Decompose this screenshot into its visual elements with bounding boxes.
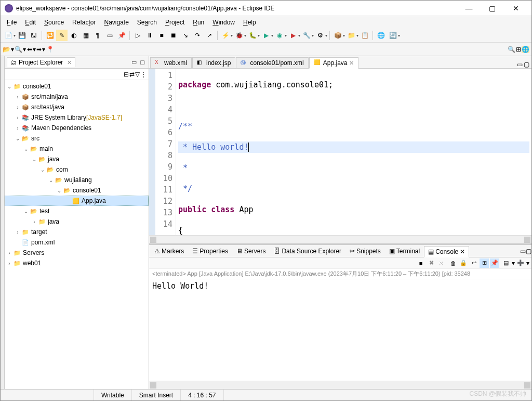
new-package-button[interactable]: 📦 bbox=[332, 30, 343, 41]
code-content[interactable]: package com.wujialiang.console01; /** * … bbox=[176, 69, 531, 235]
tree-src-test-java[interactable]: ›📦src/test/java bbox=[5, 102, 149, 112]
save-button[interactable]: 💾 bbox=[16, 30, 28, 41]
tree-web01[interactable]: ›📁web01 bbox=[5, 258, 149, 268]
show-console-button[interactable]: ⊞ bbox=[480, 258, 489, 268]
tree-src[interactable]: ⌄📂src bbox=[5, 133, 149, 144]
terminate-button[interactable]: ■ bbox=[156, 30, 167, 41]
toggle-button[interactable]: ◐ bbox=[68, 30, 79, 41]
resume-button[interactable]: ▷ bbox=[132, 30, 143, 41]
run-server-button[interactable]: ⚡ bbox=[220, 30, 231, 41]
wand-button[interactable]: ✎ bbox=[56, 30, 68, 41]
show-whitespace-button[interactable]: ¶ bbox=[92, 30, 103, 41]
code-editor[interactable]: 1 2 3 4 5 6 7 8 9 10 11 12 13 14 package… bbox=[149, 69, 531, 235]
tab-snippets[interactable]: ✂Snippets bbox=[345, 245, 385, 257]
minimize-pane-button[interactable]: ▭ bbox=[130, 58, 138, 67]
block-sel-button[interactable]: ▦ bbox=[80, 30, 91, 41]
terminate-console-button[interactable]: ■ bbox=[416, 258, 425, 268]
forward-button[interactable]: ➡ bbox=[36, 46, 42, 53]
tree-com[interactable]: ⌄📂com bbox=[5, 164, 149, 175]
quick-access-button[interactable]: 🔍 bbox=[508, 46, 515, 53]
scroll-right-icon[interactable] bbox=[524, 382, 530, 389]
explorer-tab[interactable]: 🗂 Project Explorer ✕ bbox=[7, 57, 75, 67]
run-last-button[interactable]: ▶ bbox=[287, 30, 299, 41]
new-class-button[interactable]: 📁 bbox=[345, 30, 357, 41]
scroll-lock-button[interactable]: 🔒 bbox=[459, 258, 468, 268]
close-button[interactable]: ✕ bbox=[504, 1, 527, 16]
tree-console01-pkg[interactable]: ⌄📂console01 bbox=[5, 185, 149, 196]
filter-button[interactable]: ▽ bbox=[135, 71, 140, 78]
console-close-icon[interactable]: ✕ bbox=[460, 248, 465, 255]
display-selected-button[interactable]: ▤ bbox=[501, 258, 511, 268]
menu-navigate[interactable]: Navigate bbox=[100, 17, 132, 28]
menu-source[interactable]: Source bbox=[40, 17, 68, 28]
open-perspective-button[interactable]: ⊞ bbox=[516, 46, 521, 53]
pin-button[interactable]: 📌 bbox=[116, 30, 127, 41]
scroll-right-icon[interactable] bbox=[524, 237, 530, 243]
tree-test-java[interactable]: ›📁java bbox=[5, 216, 149, 227]
java-ee-perspective-button[interactable]: 🌐 bbox=[522, 46, 529, 53]
suspend-button[interactable]: ⏸ bbox=[144, 30, 155, 41]
search-button[interactable]: 🔍 bbox=[15, 46, 22, 53]
web-browser-button[interactable]: 🌐 bbox=[375, 30, 387, 41]
build-button[interactable]: ⚙ bbox=[314, 30, 326, 41]
editor-minimize-button[interactable]: ▭ bbox=[517, 61, 523, 68]
menu-help[interactable]: Help bbox=[239, 17, 260, 28]
debug-server-button[interactable]: 🐞 bbox=[233, 30, 245, 41]
scroll-left-icon[interactable] bbox=[150, 237, 156, 243]
save-all-button[interactable]: 🖫 bbox=[28, 30, 39, 41]
maximize-button[interactable]: ▢ bbox=[481, 1, 504, 16]
tree-main[interactable]: ⌄📂main bbox=[5, 144, 149, 154]
editor-maximize-button[interactable]: ▢ bbox=[524, 61, 529, 68]
step-over-button[interactable]: ↷ bbox=[192, 30, 203, 41]
tab-terminal[interactable]: ▣Terminal bbox=[385, 245, 424, 257]
tree-pom[interactable]: 📄pom.xml bbox=[5, 237, 149, 248]
view-menu-button[interactable]: ⋮ bbox=[140, 71, 147, 78]
minimize-button[interactable]: — bbox=[457, 1, 481, 16]
pin-console-button[interactable]: 📌 bbox=[490, 258, 499, 268]
editor-hscrollbar[interactable] bbox=[149, 235, 531, 243]
menu-run[interactable]: Run bbox=[189, 17, 208, 28]
maximize-pane-button[interactable]: ▢ bbox=[138, 58, 147, 67]
tab-markers[interactable]: ⚠Markers bbox=[150, 245, 188, 257]
left-sash[interactable] bbox=[1, 56, 5, 389]
clear-console-button[interactable]: 🗑 bbox=[448, 258, 458, 268]
word-wrap-button[interactable]: ↩ bbox=[469, 258, 478, 268]
menu-search[interactable]: Search bbox=[133, 17, 161, 28]
menu-file[interactable]: File bbox=[3, 17, 21, 28]
open-type-button[interactable]: 📂 bbox=[3, 46, 10, 53]
open-console-button[interactable]: ➕ bbox=[516, 258, 525, 268]
tree-servers[interactable]: ›📁Servers bbox=[5, 248, 149, 258]
switch-button[interactable]: 🔁 bbox=[44, 30, 56, 41]
disconnect-button[interactable]: ⏹ bbox=[168, 30, 179, 41]
collapse-all-button[interactable]: ⊟ bbox=[124, 71, 129, 78]
menu-project[interactable]: Project bbox=[161, 17, 189, 28]
tree-project-console01[interactable]: ⌄📁console01 bbox=[5, 81, 149, 92]
tab-datasource[interactable]: 🗄Data Source Explorer bbox=[270, 245, 345, 257]
menu-refactor[interactable]: Refactor bbox=[68, 17, 100, 28]
refresh-button[interactable]: 🔄 bbox=[387, 30, 398, 41]
run-button[interactable]: ▶ bbox=[260, 30, 272, 41]
remove-launch-button[interactable]: ✖ bbox=[427, 258, 436, 268]
menu-window[interactable]: Window bbox=[208, 17, 239, 28]
tree-test[interactable]: ⌄📂test bbox=[5, 206, 149, 216]
tree-app-java[interactable]: 🟨App.java bbox=[5, 196, 149, 206]
explorer-close-icon[interactable]: ✕ bbox=[67, 59, 72, 66]
tab-console[interactable]: ▤Console✕ bbox=[424, 246, 469, 257]
tree-java[interactable]: ⌄📂java bbox=[5, 154, 149, 164]
new-button[interactable]: 📄 bbox=[3, 30, 14, 41]
pin-editor-button[interactable]: 📍 bbox=[46, 46, 54, 53]
menu-edit[interactable]: Edit bbox=[21, 17, 40, 28]
coverage-button[interactable]: ◉ bbox=[274, 30, 285, 41]
tab-close-icon[interactable]: ✕ bbox=[349, 60, 354, 67]
tree-jre[interactable]: ›📚JRE System Library [JavaSE-1.7] bbox=[5, 112, 149, 123]
link-editor-button[interactable]: ⇄ bbox=[129, 71, 135, 78]
console-output[interactable]: Hello World! bbox=[149, 279, 531, 381]
tab-index-jsp[interactable]: ◧index.jsp bbox=[192, 57, 235, 68]
tab-properties[interactable]: ☰Properties bbox=[188, 245, 232, 257]
bottom-maximize-button[interactable]: ▢ bbox=[526, 248, 531, 255]
tree-wujialiang[interactable]: ⌄📂wujialiang bbox=[5, 175, 149, 185]
tree-maven-deps[interactable]: ›📚Maven Dependencies bbox=[5, 123, 149, 133]
console-hscrollbar[interactable] bbox=[149, 381, 531, 389]
new-servlet-button[interactable]: 📋 bbox=[359, 30, 370, 41]
ext-tools-button[interactable]: 🔧 bbox=[301, 30, 312, 41]
